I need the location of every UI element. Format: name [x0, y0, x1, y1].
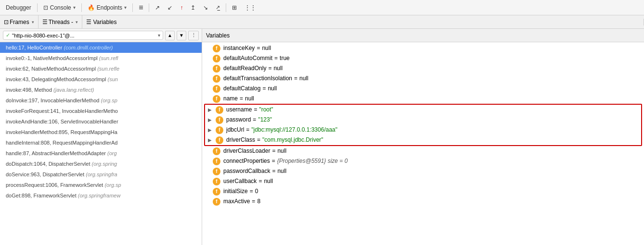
variable-item[interactable]: fconnectProperties = {Properties@5591} s…	[202, 156, 644, 166]
frames-icon: ⊡	[4, 19, 9, 25]
force-step-btn[interactable]: ↘	[200, 3, 211, 12]
variable-item[interactable]: ▶fdriverClass = "com.mysql.jdbc.Driver"	[205, 135, 641, 145]
frame-down-btn[interactable]: ▼	[177, 31, 186, 40]
sep3	[132, 3, 133, 12]
frame-class: (org.sp	[99, 98, 117, 103]
frame-class: (org.springfra	[84, 172, 117, 177]
variable-item[interactable]: ▶fpassword = "123"	[205, 115, 641, 125]
stack-frame-item[interactable]: doGet:898, FrameworkServlet (org.springf…	[0, 190, 202, 201]
check-icon: ✓	[6, 32, 10, 38]
var-name: maxActive	[223, 197, 250, 206]
stack-frame-item[interactable]: doDispatch:1064, DispatcherServlet (org.…	[0, 159, 202, 169]
var-name: defaultTransactionIsolation	[223, 74, 292, 83]
console-arrow: ▾	[73, 5, 76, 10]
stack-frame-item[interactable]: handleInternal:808, RequestMappingHandle…	[0, 137, 202, 148]
var-name: jdbcUrl	[226, 125, 244, 135]
var-eq: =	[240, 94, 243, 103]
endpoints-icon: 🔥	[88, 4, 95, 11]
var-expand-icon: ▶	[208, 105, 215, 114]
variable-item[interactable]: fuserCallback = null	[202, 176, 644, 186]
sep5	[226, 3, 226, 12]
variable-item[interactable]: fmaxActive = 8	[202, 196, 644, 207]
variable-item[interactable]: fname = null	[202, 94, 644, 104]
variables-list: finstanceKey = nullfdefaultAutoCommit = …	[202, 42, 644, 245]
console-button[interactable]: ⊡ Console ▾	[40, 3, 78, 12]
var-value: null	[264, 177, 273, 186]
stack-frame-item[interactable]: hello:17, HelloController (com.dmlll.con…	[0, 42, 202, 53]
left-panel: ✓ "http-nio-8080-exec-1"@... ▾ ▲ ▼ ⋮ hel…	[0, 29, 202, 245]
var-eq: =	[262, 84, 266, 93]
frame-name: handleInternal:808, RequestMappingHandle…	[6, 140, 117, 146]
frame-class: (sun	[106, 76, 118, 82]
var-eq: =	[257, 44, 260, 53]
sep2	[81, 3, 82, 12]
variable-item[interactable]: finitialSize = 0	[202, 186, 644, 196]
var-name: defaultCatalog	[223, 84, 260, 93]
var-eq: =	[294, 74, 297, 83]
var-value: {Properties@5591} size = 0	[277, 157, 348, 166]
frames-label: Frames	[10, 19, 29, 25]
var-name: connectProperties	[223, 157, 270, 166]
stack-frame-item[interactable]: handle:87, AbstractHandlerMethodAdapter …	[0, 148, 202, 159]
stack-frame-item[interactable]: invoke:498, Method (java.lang.reflect)	[0, 85, 202, 95]
var-value: "com.mysql.jdbc.Driver"	[262, 135, 323, 145]
step-into-btn[interactable]: ↙	[165, 3, 175, 12]
frame-name: invokeAndHandle:106, ServletInvocableHan…	[6, 119, 118, 124]
field-badge: f	[213, 55, 220, 62]
threads-label: Threads -	[49, 19, 73, 25]
endpoints-button[interactable]: 🔥 Endpoints ▾	[85, 3, 129, 12]
stack-frame-item[interactable]: invoke0:-1, NativeMethodAccessorImpl (su…	[0, 53, 202, 63]
table-view-btn[interactable]: ⊞	[229, 3, 240, 12]
debugger-button[interactable]: Debugger	[3, 3, 34, 12]
variables-icon: ☰	[86, 19, 91, 25]
tab-frames[interactable]: ⊡ Frames ▾	[0, 15, 39, 28]
field-badge: f	[216, 126, 223, 134]
variable-item[interactable]: fdriverClassLoader = null	[202, 146, 644, 156]
stack-frame-item[interactable]: invokeForRequest:141, InvocableHandlerMe…	[0, 106, 202, 116]
var-value: null	[245, 94, 254, 103]
var-name: initialSize	[223, 187, 248, 196]
field-badge: f	[213, 158, 220, 165]
frame-class: (org.spring	[90, 161, 117, 167]
var-name: password	[226, 115, 251, 124]
main-layout: ✓ "http-nio-8080-exec-1"@... ▾ ▲ ▼ ⋮ hel…	[0, 29, 644, 245]
var-expand-icon: ▶	[208, 125, 215, 135]
stack-frame-item[interactable]: invoke:62, NativeMethodAccessorImpl (sun…	[0, 63, 202, 74]
var-eq: =	[258, 177, 262, 186]
var-value: null	[273, 64, 283, 73]
var-name: instanceKey	[223, 44, 255, 53]
variable-item[interactable]: fdefaultCatalog = null	[202, 84, 644, 94]
var-value: "jdbc:mysql://127.0.0.1:3306/aaa"	[251, 125, 337, 135]
run-cursor-btn[interactable]: ↥	[188, 3, 198, 12]
var-eq: =	[268, 64, 271, 73]
var-name: username	[226, 105, 252, 114]
stack-frame-item[interactable]: invokeAndHandle:106, ServletInvocableHan…	[0, 116, 202, 127]
alt-step-btn[interactable]: ↗̲	[213, 3, 223, 12]
variable-item[interactable]: ▶fusername = "root"	[205, 105, 641, 115]
stack-frame-item[interactable]: doInvoke:197, InvocableHandlerMethod (or…	[0, 95, 202, 106]
step-over-btn[interactable]: ↗	[152, 3, 163, 12]
frames-arrow: ▾	[32, 20, 34, 24]
tab-variables[interactable]: ☰ Variables	[82, 19, 644, 25]
variable-item[interactable]: finstanceKey = null	[202, 43, 644, 53]
settings-btn[interactable]: ⋮⋮	[242, 3, 259, 12]
stack-frame-item[interactable]: doService:963, DispatcherServlet (org.sp…	[0, 169, 202, 180]
frame-up-btn[interactable]: ▲	[165, 31, 175, 40]
variable-item[interactable]: fpasswordCallback = null	[202, 166, 644, 176]
menu-btn[interactable]: ≡	[136, 2, 146, 13]
frame-name: invokeHandlerMethod:895, RequestMappingH…	[6, 129, 117, 135]
stack-frame-item[interactable]: processRequest:1006, FrameworkServlet (o…	[0, 180, 202, 190]
variable-item[interactable]: fdefaultReadOnly = null	[202, 63, 644, 74]
var-value: null	[277, 167, 286, 176]
step-out-btn[interactable]: ↑	[177, 3, 186, 12]
stack-frame-item[interactable]: invoke:43, DelegatingMethodAccessorImpl …	[0, 74, 202, 85]
frame-name: hello:17, HelloController	[6, 45, 62, 50]
tab-threads[interactable]: ☰ Threads - ▾	[39, 15, 82, 28]
stack-frame-item[interactable]: invokeHandlerMethod:895, RequestMappingH…	[0, 127, 202, 137]
variable-item[interactable]: ▶fjdbcUrl = "jdbc:mysql://127.0.0.1:3306…	[205, 125, 641, 135]
thread-dropdown[interactable]: ✓ "http-nio-8080-exec-1"@... ▾	[3, 31, 163, 40]
filter-btn[interactable]: ⋮	[188, 31, 199, 40]
variable-item[interactable]: fdefaultTransactionIsolation = null	[202, 74, 644, 84]
field-badge: f	[216, 136, 223, 144]
variable-item[interactable]: fdefaultAutoCommit = true	[202, 53, 644, 63]
